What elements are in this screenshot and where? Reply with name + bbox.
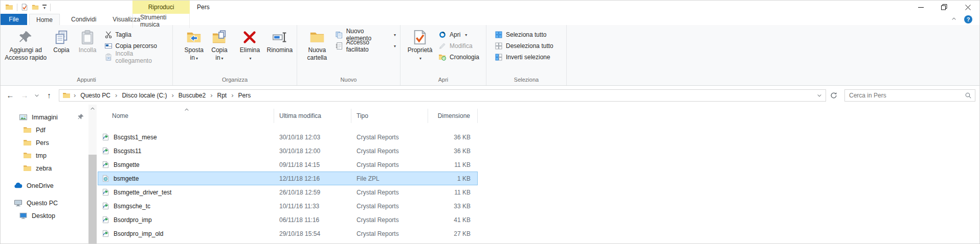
file-row[interactable]: Bsordpro_imp_old 29/10/18 15:54 Crystal … xyxy=(98,227,478,240)
back-button[interactable]: ← xyxy=(4,89,17,102)
help-icon[interactable]: ? xyxy=(964,15,972,23)
breadcrumb-separator: › xyxy=(71,91,79,99)
copy-path-icon xyxy=(104,42,113,50)
refresh-button[interactable] xyxy=(827,89,840,102)
tab-home[interactable]: Home xyxy=(29,14,60,25)
dropdown-arrow-icon: ▾ xyxy=(221,56,224,61)
divider xyxy=(50,4,51,11)
select-all-button[interactable]: Seleziona tutto xyxy=(492,29,563,40)
file-row[interactable]: Bsordpro_imp 06/11/18 11:16 Crystal Repo… xyxy=(98,213,478,227)
move-to-button[interactable]: Spostain▾ xyxy=(181,27,207,62)
file-row[interactable]: Bsmgsche_tc 10/11/16 11:33 Crystal Repor… xyxy=(98,199,478,213)
search-icon[interactable] xyxy=(962,92,975,99)
dropdown-arrow-icon: ▾ xyxy=(394,33,396,37)
column-header-ultima-modifica[interactable]: Ultima modifica xyxy=(274,109,351,123)
file-row[interactable]: Bsmgette_driver_test 26/10/18 12:59 Crys… xyxy=(98,185,478,199)
column-header-dimensione[interactable]: Dimensione xyxy=(428,109,478,123)
cut-button[interactable]: Taglia xyxy=(101,29,172,40)
sidebar-item-desktop[interactable]: Desktop xyxy=(1,209,88,222)
copy-to-button[interactable]: Copiain▾ xyxy=(207,27,232,62)
contextual-tab-header[interactable]: Riproduci xyxy=(132,1,190,14)
copy-icon xyxy=(54,28,69,46)
pin-to-quick-access-button[interactable]: Aggiungi adAccesso rapido xyxy=(3,27,49,62)
tab-condividi[interactable]: Condividi xyxy=(64,14,103,25)
edit-button[interactable]: Modifica xyxy=(435,40,484,52)
history-button[interactable]: Cronologia xyxy=(435,52,484,63)
copy-to-icon xyxy=(212,28,227,46)
crystal-reports-icon xyxy=(102,147,109,155)
paste-button[interactable]: Incolla xyxy=(74,27,101,54)
select-none-button[interactable]: Deseleziona tutto xyxy=(492,40,563,52)
rename-button[interactable]: Rinomina xyxy=(264,27,296,54)
breadcrumb-buscube2[interactable]: Buscube2 xyxy=(177,92,207,99)
explorer-window: ▾ Riproduci Pers File Home Condividi Vis… xyxy=(0,0,980,244)
open-button[interactable]: Apri▾ xyxy=(435,29,484,40)
forward-button[interactable]: → xyxy=(18,89,31,102)
chevron-down-icon: ▾ xyxy=(43,6,46,10)
ribbon-group-clipboard: Aggiungi adAccesso rapido Copia Incolla … xyxy=(1,25,173,85)
sidebar-item-tmp[interactable]: tmp xyxy=(1,149,88,162)
navigation-scrollbar xyxy=(88,105,97,243)
search-input[interactable] xyxy=(845,92,962,99)
tab-strumenti-musica[interactable]: Strumenti musica xyxy=(132,14,190,28)
sidebar-item-onedrive[interactable]: OneDrive xyxy=(1,179,88,192)
breadcrumb-rpt[interactable]: Rpt xyxy=(215,92,228,99)
file-row[interactable]: Bscgsts1_mese 30/10/18 12:03 Crystal Rep… xyxy=(98,130,478,144)
address-dropdown-button[interactable] xyxy=(813,90,826,101)
dropdown-arrow-icon: ▾ xyxy=(249,56,251,61)
copy-button[interactable]: Copia xyxy=(49,27,74,54)
scrollbar-track[interactable] xyxy=(88,113,97,155)
minimize-icon xyxy=(918,5,924,10)
breadcrumb-disco-locale[interactable]: Disco locale (C:) xyxy=(120,92,168,99)
scrollbar-thumb[interactable] xyxy=(88,155,97,243)
breadcrumb-separator: › xyxy=(207,91,215,99)
sidebar-item-zebra[interactable]: zebra xyxy=(1,162,88,175)
paste-shortcut-icon xyxy=(104,53,113,61)
breadcrumb-pers[interactable]: Pers xyxy=(237,92,253,99)
file-row[interactable]: Bscgsts11 30/10/18 12:00 Crystal Reports… xyxy=(98,144,478,158)
scroll-up-button[interactable] xyxy=(88,105,97,113)
new-item-icon xyxy=(335,31,343,39)
file-row[interactable]: Bsmgette 09/11/18 14:15 Crystal Reports … xyxy=(98,158,478,172)
address-box[interactable]: › Questo PC › Disco locale (C:) › Buscub… xyxy=(59,89,826,102)
delete-button[interactable]: Elimina▾ xyxy=(236,27,263,62)
breadcrumb-questo-pc[interactable]: Questo PC xyxy=(79,92,112,99)
sidebar-item-pers[interactable]: Pers xyxy=(1,136,88,149)
close-button[interactable] xyxy=(956,1,979,14)
up-button[interactable]: ↑ xyxy=(42,89,56,102)
properties-button[interactable]: Proprietà▾ xyxy=(405,27,435,62)
new-folder-icon xyxy=(309,28,325,46)
computer-icon xyxy=(14,199,23,207)
sidebar-item-pdf[interactable]: Pdf xyxy=(1,124,88,136)
qat-customize-button[interactable]: ▾ xyxy=(42,5,47,10)
sidebar-item-questo-pc[interactable]: Questo PC xyxy=(1,197,88,209)
dropdown-arrow-icon: ▾ xyxy=(394,44,396,48)
group-label-appunti: Appunti xyxy=(1,76,172,85)
divider xyxy=(17,4,17,11)
column-header-tipo[interactable]: Tipo xyxy=(351,109,428,123)
file-rows: Bscgsts1_mese 30/10/18 12:03 Crystal Rep… xyxy=(98,130,979,243)
easy-access-button[interactable]: Accesso facilitato▾ xyxy=(332,40,399,52)
new-folder-button[interactable]: Nuovacartella xyxy=(302,27,332,62)
paste-shortcut-button[interactable]: Incolla collegamento xyxy=(101,52,172,63)
invert-selection-button[interactable]: Inverti selezione xyxy=(492,52,563,63)
qat-properties-button[interactable] xyxy=(21,4,28,11)
crystal-reports-icon xyxy=(102,188,109,196)
crystal-reports-icon xyxy=(102,216,109,224)
recent-locations-button[interactable] xyxy=(32,89,41,102)
collapse-ribbon-button[interactable] xyxy=(951,16,957,23)
crystal-reports-icon xyxy=(102,133,109,141)
content-area: Immagini Pdf Pers tmp zebra OneDrive xyxy=(1,105,979,243)
file-row-partial[interactable] xyxy=(98,240,478,243)
sort-ascending-icon xyxy=(184,107,190,114)
window-title: Pers xyxy=(197,1,210,14)
restore-button[interactable] xyxy=(932,1,956,14)
minimize-button[interactable] xyxy=(909,1,932,14)
breadcrumb-separator: › xyxy=(228,91,236,99)
sidebar-item-immagini[interactable]: Immagini xyxy=(1,111,88,124)
tab-file[interactable]: File xyxy=(1,14,27,25)
select-all-icon xyxy=(495,31,503,39)
file-row-selected[interactable]: bsmgette 12/11/18 12:16 File ZPL 1 KB xyxy=(98,172,478,185)
qat-new-folder-button[interactable] xyxy=(32,4,39,11)
breadcrumb-separator: › xyxy=(112,91,120,99)
